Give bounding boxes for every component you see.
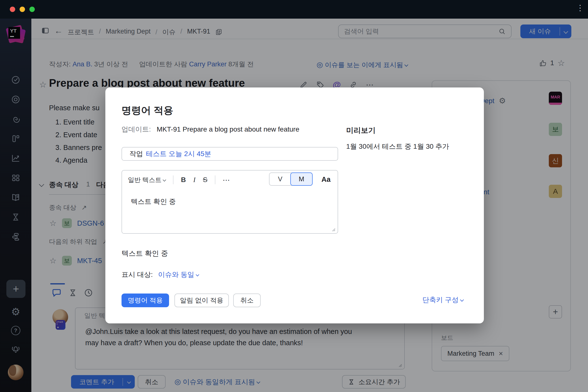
more-formatting-icon[interactable]: ⋯ [223,176,230,184]
youtrack-window: ⋮ YT [0,0,588,392]
apply-command-button[interactable]: 명령어 적용 [122,294,169,307]
command-input[interactable]: 작업 테스트 오늘 2시 45분 [122,147,338,161]
markdown-mode-button[interactable]: M [290,172,312,186]
close-window-button[interactable] [10,6,15,12]
command-highlight: 테스트 오늘 2시 45분 [146,149,211,158]
titlebar: ⋮ [0,0,588,18]
editor-toolbar: 일반 텍스트 B I S ⋯ [128,174,230,186]
configure-shortcuts-dropdown[interactable]: 단축키 구성 [422,295,463,304]
update-label: 업데이트: [122,126,151,133]
comment-textarea-value[interactable]: 텍스트 확인 중 [131,197,176,206]
apply-command-dialog: 명령어 적용 업데이트: MKT-91 Prepare a blog post … [105,88,484,324]
visibility-row: 표시 대상: 이슈와 동일 [122,270,199,279]
zoom-window-button[interactable] [30,6,35,12]
browser-menu-icon[interactable]: ⋮ [576,4,584,12]
format-dropdown[interactable]: 일반 텍스트 [128,176,166,184]
dialog-title: 명령어 적용 [122,104,173,117]
command-text: 작업 [129,149,143,158]
text-size-button[interactable]: Aa [322,176,330,184]
comment-editor-box[interactable]: 일반 텍스트 B I S ⋯ V M Aa 텍스트 확인 중 [122,170,338,234]
resize-handle[interactable] [331,227,336,232]
apply-silently-button[interactable]: 알림 없이 적용 [174,294,229,307]
editor-mode-toggle: V M [269,172,312,186]
minimize-window-button[interactable] [20,6,25,12]
bold-button[interactable]: B [181,176,186,184]
cancel-button[interactable]: 취소 [233,294,261,307]
italic-button[interactable]: I [193,176,196,184]
strikethrough-button[interactable]: S [203,176,208,184]
dialog-update-row: 업데이트: MKT-91 Prepare a blog post about n… [122,125,300,134]
update-issue-ref: MKT-91 Prepare a blog post about new fea… [157,126,300,133]
visual-mode-button[interactable]: V [270,173,291,185]
preview-command-text: 1월 30에서 테스트 중 1월 30 추가 [346,142,449,151]
comment-preview-text: 텍스트 확인 중 [122,249,168,258]
visibility-value-dropdown[interactable]: 이슈와 동일 [158,271,199,278]
visibility-label: 표시 대상: [122,271,153,278]
preview-heading: 미리보기 [346,126,376,136]
